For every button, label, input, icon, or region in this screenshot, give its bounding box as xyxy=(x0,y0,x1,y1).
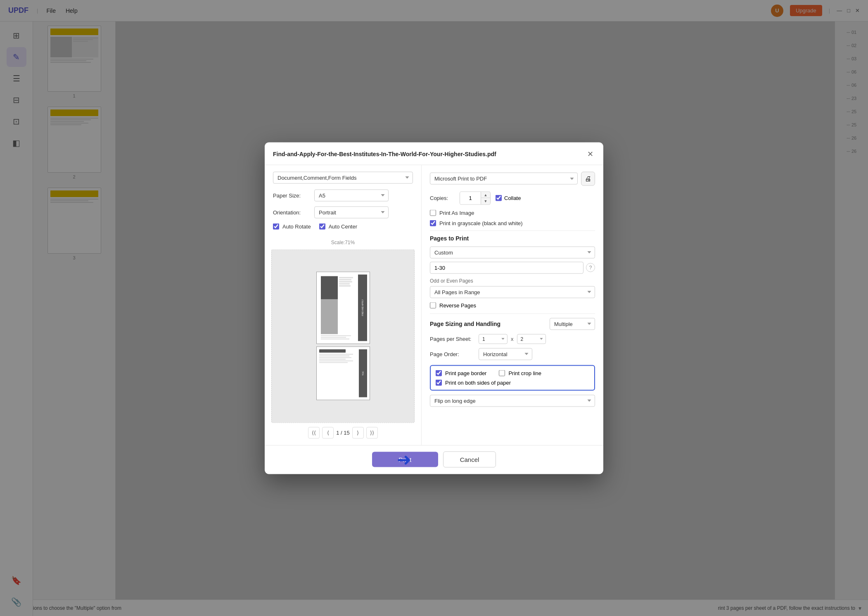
print-both-sides-checkbox[interactable] xyxy=(436,379,442,385)
paper-size-select[interactable]: A5 xyxy=(314,189,389,201)
pages-range-input[interactable] xyxy=(430,262,583,274)
auto-rotate-checkbox[interactable] xyxy=(273,223,279,229)
copies-arrows: ▲ ▼ xyxy=(481,192,490,204)
print-dialog: Find-and-Apply-For-the-Best-Institutes-I… xyxy=(265,142,603,474)
content-dropdown[interactable]: Document,Comment,Form Fields xyxy=(273,171,413,183)
print-grayscale-label: Print in grayscale (black and white) xyxy=(439,220,523,226)
print-both-sides-row: Print on both sides of paper xyxy=(436,379,511,385)
page-sizing-section: Page Sizing and Handling Multiple Pages … xyxy=(430,318,595,407)
paper-size-row: Paper Size: A5 xyxy=(273,189,413,201)
orientation-select[interactable]: Portrait xyxy=(314,206,389,218)
page-sizing-title: Page Sizing and Handling xyxy=(430,321,500,327)
preview-area: FIND AND APPLY xyxy=(271,249,415,423)
copies-input[interactable] xyxy=(460,192,481,204)
border-section-row-1: Print page border Print crop line xyxy=(436,370,589,376)
pps-x-label: x xyxy=(511,336,514,342)
print-page-border-row: Print page border xyxy=(436,370,486,376)
page-order-select[interactable]: Horizontal xyxy=(479,348,532,360)
copies-row: Copies: ▲ ▼ Collate xyxy=(430,191,595,205)
dialog-title: Find-and-Apply-For-the-Best-Institutes-I… xyxy=(273,150,496,157)
pagination: ⟨⟨ ⟨ 1 / 15 ⟩ ⟩⟩ xyxy=(273,427,413,438)
print-crop-line-row: Print crop line xyxy=(499,370,541,376)
flip-on-long-edge-select[interactable]: Flip on long edge xyxy=(430,395,595,407)
print-as-image-label: Print As Image xyxy=(439,209,474,216)
arrow-indicator: ➜ xyxy=(397,450,411,470)
page-first-button[interactable]: ⟨⟨ xyxy=(308,427,320,438)
scale-label: Scale:71% xyxy=(273,239,413,245)
border-section-row-2: Print on both sides of paper xyxy=(436,379,589,385)
print-grayscale-row: Print in grayscale (black and white) xyxy=(430,220,595,226)
divider-2 xyxy=(430,313,595,314)
dialog-body: Document,Comment,Form Fields Paper Size:… xyxy=(265,165,603,445)
pages-to-print-title: Pages to Print xyxy=(430,235,595,241)
pages-range-row: ? xyxy=(430,262,595,274)
copies-label: Copies: xyxy=(430,195,455,201)
flip-section: Flip on long edge xyxy=(430,395,595,407)
border-section: Print page border Print crop line Print … xyxy=(430,365,595,390)
dialog-left-panel: Document,Comment,Form Fields Paper Size:… xyxy=(265,165,422,445)
orientation-row: Orientation: Portrait xyxy=(273,206,413,218)
print-crop-line-label: Print crop line xyxy=(508,370,541,376)
print-both-sides-label: Print on both sides of paper xyxy=(445,379,511,385)
pages-dropdown[interactable]: Custom xyxy=(430,246,595,258)
print-page-border-checkbox[interactable] xyxy=(436,370,442,376)
reverse-pages-row: Reverse Pages xyxy=(430,302,595,308)
orientation-label: Orientation: xyxy=(273,209,310,215)
printer-row: Microsoft Print to PDF 🖨 xyxy=(430,171,595,186)
collate-checkbox[interactable] xyxy=(496,195,502,201)
sizing-header: Page Sizing and Handling Multiple xyxy=(430,318,595,330)
dialog-close-button[interactable]: ✕ xyxy=(585,149,595,159)
collate-label: Collate xyxy=(504,195,521,201)
print-as-image-checkbox[interactable] xyxy=(430,209,436,216)
auto-center-row: Auto Center xyxy=(319,223,357,229)
pages-per-sheet-label: Pages per Sheet: xyxy=(430,336,475,342)
auto-center-checkbox[interactable] xyxy=(319,223,325,229)
page-sizing-mode-select[interactable]: Multiple xyxy=(550,318,595,330)
print-grayscale-checkbox[interactable] xyxy=(430,220,436,226)
reverse-pages-checkbox[interactable] xyxy=(430,302,436,308)
pages-range-help[interactable]: ? xyxy=(586,263,595,272)
page-order-label: Page Order: xyxy=(430,351,475,357)
cancel-button[interactable]: Cancel xyxy=(443,451,496,467)
printer-settings-button[interactable]: 🖨 xyxy=(581,171,595,186)
page-last-button[interactable]: ⟩⟩ xyxy=(366,427,378,438)
page-prev-button[interactable]: ⟨ xyxy=(322,427,334,438)
pps-x-select[interactable]: 1 xyxy=(479,334,508,344)
preview-content-1: FIND AND APPLY xyxy=(317,272,370,344)
preview-page-2: TOC xyxy=(316,347,370,400)
pps-y-select[interactable]: 2 xyxy=(517,334,546,344)
copies-down-arrow[interactable]: ▼ xyxy=(481,198,490,204)
print-as-image-row: Print As Image xyxy=(430,209,595,216)
dialog-right-panel: Microsoft Print to PDF 🖨 Copies: ▲ ▼ Col… xyxy=(422,165,603,445)
preview-page-1: FIND AND APPLY xyxy=(316,272,370,344)
all-pages-select[interactable]: All Pages in Range xyxy=(430,286,595,298)
printer-select[interactable]: Microsoft Print to PDF xyxy=(430,173,578,185)
page-order-row: Page Order: Horizontal xyxy=(430,348,595,360)
dialog-footer: ➜ Print Cancel xyxy=(265,445,603,474)
print-page-border-label: Print page border xyxy=(445,370,486,376)
copies-up-arrow[interactable]: ▲ xyxy=(481,192,490,198)
auto-rotate-row: Auto Rotate xyxy=(273,223,311,229)
collate-wrap: Collate xyxy=(496,195,521,201)
page-next-button[interactable]: ⟩ xyxy=(352,427,364,438)
reverse-pages-label: Reverse Pages xyxy=(439,302,476,308)
dialog-header: Find-and-Apply-For-the-Best-Institutes-I… xyxy=(265,142,603,165)
pages-to-print-section: Pages to Print Custom ? Odd or Even Page… xyxy=(430,235,595,308)
odd-even-label: Odd or Even Pages xyxy=(430,278,595,283)
divider-1 xyxy=(430,230,595,231)
auto-center-label: Auto Center xyxy=(329,223,357,229)
pages-per-sheet-row: Pages per Sheet: 1 x 2 xyxy=(430,334,595,344)
copies-input-wrap: ▲ ▼ xyxy=(460,191,491,205)
auto-rotate-label: Auto Rotate xyxy=(282,223,311,229)
print-crop-line-checkbox[interactable] xyxy=(499,370,505,376)
paper-size-label: Paper Size: xyxy=(273,192,310,198)
page-current: 1 / 15 xyxy=(336,430,350,436)
